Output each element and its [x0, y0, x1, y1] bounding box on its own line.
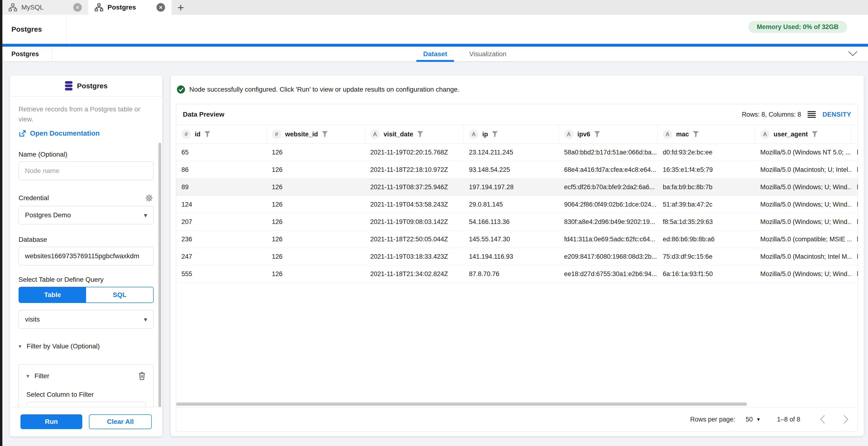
chevron-left-icon — [819, 414, 826, 424]
table-cell: 830f:a8e4:2d96:b49e:9202:19... — [559, 218, 657, 226]
tab-dataset[interactable]: Dataset — [416, 47, 454, 61]
chevron-down-icon[interactable] — [848, 51, 858, 57]
table-cell: 2021-11-18T22:50:05.044Z — [365, 236, 464, 243]
gear-icon[interactable] — [145, 194, 154, 203]
column-header-mac[interactable]: Amac — [657, 125, 755, 144]
table-cell: 126 — [267, 218, 365, 226]
table-cell: ba:fa:b9:bc:8b:7b — [657, 183, 755, 191]
next-page-button[interactable] — [843, 414, 849, 424]
column-header-visit_date[interactable]: Avisit_date — [365, 125, 464, 144]
previous-page-button[interactable] — [819, 414, 826, 424]
window-edge — [0, 0, 2, 446]
credential-select[interactable]: Postgres Demo ▾ — [19, 206, 154, 225]
funnel-icon[interactable] — [204, 131, 211, 138]
funnel-icon[interactable] — [594, 131, 600, 138]
table-value: visits — [25, 316, 40, 323]
mode-table-button[interactable]: Table — [19, 287, 86, 302]
mode-sql-button[interactable]: SQL — [86, 287, 153, 302]
node-tab-label: Postgres — [11, 51, 39, 58]
caret-down-icon: ▾ — [144, 211, 147, 219]
column-type-icon: A — [663, 129, 672, 139]
filter-section-toggle[interactable]: ▾ Filter by Value (Optional) — [19, 343, 154, 350]
table-cell: 2021-11-18T21:34:02.824Z — [365, 270, 464, 278]
density-button[interactable]: DENSITY — [822, 111, 851, 118]
horizontal-scrollbar-thumb[interactable] — [176, 403, 747, 406]
table-row: 651262021-11-19T02:20:15.768Z23.124.211.… — [176, 144, 858, 161]
progress-bar — [2, 44, 868, 47]
clear-all-button[interactable]: Clear All — [89, 414, 152, 429]
table-cell: 126 — [267, 201, 365, 208]
documentation-link[interactable]: Open Documentation — [19, 129, 154, 137]
table-cell: 555 — [176, 270, 267, 278]
column-type-icon: A — [760, 129, 770, 139]
table-cell: 93.148.54.225 — [464, 166, 559, 174]
tab-visualization[interactable]: Visualization — [469, 47, 506, 61]
table-cell: d0:fd:93:2e:bc:ee — [657, 149, 755, 156]
table-cell: 2021-11-19T09:08:03.142Z — [365, 218, 464, 226]
filter-title: Filter — [34, 372, 49, 380]
column-name: ipv6 — [578, 131, 590, 138]
close-icon[interactable]: × — [156, 3, 165, 12]
table-cell: Mozilla/5.0 (Macintosh; Intel M... — [755, 253, 851, 260]
table-cell: ee18:d27d:6755:30a1:e2b6:94... — [559, 270, 657, 278]
table-cell: 65 — [176, 149, 267, 156]
tab-label: Postgres — [107, 4, 152, 11]
scrollbar-thumb[interactable] — [158, 143, 161, 407]
table-row: 5551262021-11-18T21:34:02.824Z87.8.70.76… — [176, 265, 858, 283]
browser-tab-bar: MySQL × Postgres × + — [2, 0, 868, 15]
table-cell: 9064:2f86:0f49:02b6:1dce:024... — [559, 201, 657, 208]
table-cell: f8:5a:1d:35:29:63 — [657, 218, 755, 226]
column-header-ipv6[interactable]: Aipv6 — [559, 125, 657, 144]
table-cell: 2021-11-18T22:18:10.972Z — [365, 166, 464, 174]
caret-down-icon: ▾ — [144, 316, 147, 323]
canvas-tab-postgres[interactable]: Postgres — [2, 15, 67, 44]
filter-section-label: Filter by Value (Optional) — [27, 343, 100, 350]
table-cell: 141.194.116.93 — [464, 253, 559, 260]
table-cell: 2021-11-19T04:53:58.243Z — [365, 201, 464, 208]
tab-visualization-label: Visualization — [469, 50, 506, 58]
column-header-ip[interactable]: Aip — [464, 125, 559, 144]
node-tab-postgres[interactable]: Postgres — [2, 47, 52, 61]
database-input[interactable] — [19, 247, 154, 265]
close-icon[interactable]: × — [73, 3, 82, 12]
column-header-user_agent[interactable]: Auser_agent — [755, 125, 851, 144]
funnel-icon[interactable] — [693, 131, 699, 138]
table-cell: Mozilla/5.0 (Windows; U; Wind... — [755, 218, 851, 226]
table-cell: Mozilla/5.0 (Windows NT 5.0; ... — [755, 149, 851, 156]
view-tabs: Dataset Visualization — [416, 47, 506, 61]
triangle-down-icon[interactable]: ▾ — [26, 373, 29, 379]
rows-per-page-select[interactable]: 50 ▾ — [746, 416, 760, 423]
column-header-id[interactable]: #id — [176, 125, 267, 144]
column-header-website_id[interactable]: #website_id — [267, 125, 365, 144]
filter-column-select[interactable]: website_id (Integer) ▾ — [26, 402, 146, 407]
workflow-icon — [8, 3, 17, 11]
funnel-icon[interactable] — [492, 131, 498, 138]
table-cell: h — [851, 218, 858, 226]
tab-mysql[interactable]: MySQL × — [2, 0, 89, 15]
status-message: Node successfully configured. Click 'Run… — [177, 85, 460, 94]
density-icon[interactable] — [808, 111, 816, 118]
name-label: Name (Optional) — [19, 151, 154, 158]
table-cell: e209:8417:6080:1968:08d3:2b... — [559, 253, 657, 260]
table-select[interactable]: visits ▾ — [19, 310, 154, 329]
new-tab-button[interactable]: + — [172, 0, 190, 15]
funnel-icon[interactable] — [322, 131, 328, 138]
funnel-icon[interactable] — [417, 131, 423, 138]
funnel-icon[interactable] — [812, 131, 818, 138]
table-cell: 87.8.70.76 — [464, 270, 559, 278]
table-cell: Mozilla/5.0 (Windows; U; Wind... — [755, 201, 851, 208]
rows-columns-summary: Rows: 8, Columns: 8 — [742, 111, 801, 118]
database-icon — [65, 81, 73, 91]
table-cell: Mozilla/5.0 (Windows; U; Wind... — [755, 270, 851, 278]
run-button[interactable]: Run — [21, 414, 82, 429]
table-header-row: #id#website_idAvisit_dateAipAipv6AmacAus… — [176, 125, 858, 144]
column-name: website_id — [285, 131, 318, 138]
table-cell: 54.166.113.36 — [464, 218, 559, 226]
table-cell: 126 — [267, 149, 365, 156]
table-cell: h — [851, 183, 858, 191]
trash-icon[interactable] — [138, 372, 146, 380]
filter-card: ▾ Filter Select Column to Filter website… — [19, 364, 154, 407]
node-name-input[interactable] — [19, 161, 154, 180]
tab-postgres[interactable]: Postgres × — [89, 0, 172, 15]
table-cell: 51:af:39:ba:47:2c — [657, 201, 755, 208]
